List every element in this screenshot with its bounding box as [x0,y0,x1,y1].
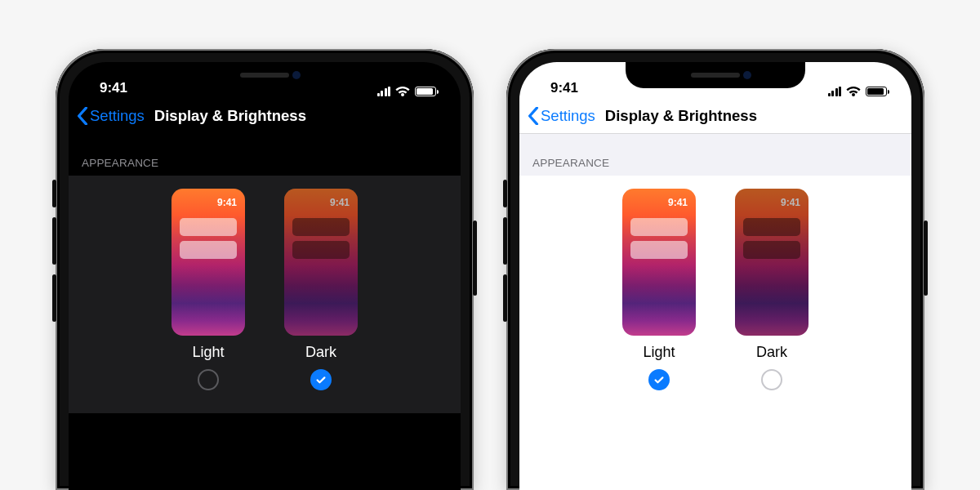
status-icons [377,87,442,96]
preview-widget [630,241,688,259]
appearance-option-dark[interactable]: 9:41 Dark [284,189,358,390]
appearance-options: 9:41 Light 9:41 Dark [69,176,461,413]
screen: 9:41 Settings D [69,62,461,490]
volume-up-button [503,217,507,265]
phone-frame-dark: 9:41 Settings D [56,49,474,490]
battery-icon [866,87,887,96]
screen: 9:41 Settings D [519,62,911,490]
option-label-light: Light [192,344,224,361]
preview-widget [743,218,800,236]
preview-widget [180,218,237,236]
preview-dark: 9:41 [735,189,808,336]
wifi-icon [846,87,861,96]
device-notch [175,62,354,88]
preview-time: 9:41 [217,197,237,208]
device-notch [626,62,805,88]
back-label: Settings [90,107,145,125]
status-icons [828,87,893,96]
preview-dark: 9:41 [284,189,358,336]
preview-light: 9:41 [622,189,696,336]
preview-time: 9:41 [781,197,800,208]
radio-dark[interactable] [761,369,782,390]
nav-bar: Settings Display & Brightness [69,98,461,134]
section-header-appearance: APPEARANCE [69,134,461,176]
option-label-dark: Dark [756,344,787,361]
signal-icon [828,87,842,96]
appearance-options: 9:41 Light 9:41 [519,176,911,413]
preview-widget [630,218,688,236]
signal-icon [377,87,391,96]
volume-up-button [52,217,56,265]
back-button[interactable]: Settings [77,107,145,125]
radio-dark[interactable] [310,369,332,390]
status-time: 9:41 [539,80,578,96]
front-camera [292,71,301,79]
volume-down-button [503,274,507,322]
chevron-left-icon [77,107,88,125]
preview-widget [292,241,350,259]
appearance-option-light[interactable]: 9:41 Light [622,189,696,390]
radio-light[interactable] [648,369,670,390]
speaker-grille [691,73,740,78]
phone-frame-light: 9:41 Settings D [506,49,924,490]
back-label: Settings [541,107,595,125]
page-title: Display & Brightness [154,107,306,125]
appearance-option-light[interactable]: 9:41 Light [172,189,245,390]
back-button[interactable]: Settings [528,107,595,125]
radio-light[interactable] [198,369,219,390]
checkmark-icon [315,374,327,385]
wifi-icon [395,87,410,96]
preview-time: 9:41 [668,197,688,208]
preview-widget [292,218,350,236]
front-camera [743,71,751,79]
preview-widget [743,241,800,259]
section-header-appearance: APPEARANCE [519,134,911,176]
power-button [924,220,928,296]
preview-light: 9:41 [172,189,245,336]
chevron-left-icon [528,107,539,125]
volume-down-button [52,274,56,322]
option-label-dark: Dark [305,344,336,361]
power-button [473,220,477,296]
page-title: Display & Brightness [605,107,757,125]
speaker-grille [240,73,289,78]
mute-switch [52,180,56,207]
battery-icon [415,87,436,96]
option-label-light: Light [643,344,675,361]
nav-bar: Settings Display & Brightness [519,98,911,134]
checkmark-icon [653,374,665,385]
appearance-option-dark[interactable]: 9:41 Dark [735,189,808,390]
mute-switch [503,180,507,207]
status-time: 9:41 [88,80,127,96]
preview-widget [180,241,237,259]
preview-time: 9:41 [330,197,350,208]
